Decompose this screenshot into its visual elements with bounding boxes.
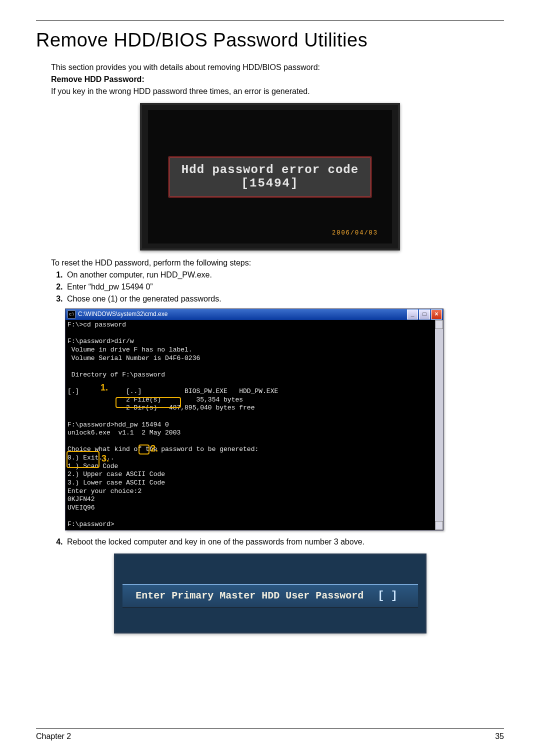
cmd-title: C:\WINDOWS\system32\cmd.exe xyxy=(78,310,168,318)
annotation-1: 1. xyxy=(100,382,108,394)
scroll-down-icon[interactable]: ▼ xyxy=(435,521,443,530)
figure-password-prompt: Enter Primary Master HDD User Password [… xyxy=(114,554,426,634)
highlight-passwords xyxy=(66,451,100,468)
window-buttons: _ □ × xyxy=(407,310,442,320)
step-4: Reboot the locked computer and key in on… xyxy=(65,538,504,546)
figure-hdd-error-photo: Hdd password error code [15494] 2006/04/… xyxy=(140,103,400,250)
figure-monitor-screen: Hdd password error code [15494] 2006/04/… xyxy=(148,110,392,244)
photo-date: 2006/04/03 xyxy=(332,230,378,236)
annotation-2: 2. xyxy=(150,443,158,454)
top-rule xyxy=(36,20,504,20)
error-code: [15494] xyxy=(170,176,370,190)
cmd-titlebar: c:\ C:\WINDOWS\system32\cmd.exe _ □ × xyxy=(66,309,443,320)
steps-list: On another computer, run HDD_PW.exe. Ent… xyxy=(51,270,504,304)
page-title: Remove HDD/BIOS Password Utilities xyxy=(36,30,504,51)
footer-page-number: 35 xyxy=(495,732,504,741)
wrong-password-text: If you key in the wrong HDD password thr… xyxy=(51,87,504,96)
maximize-button[interactable]: □ xyxy=(419,310,430,320)
content-block: This section provides you with details a… xyxy=(51,63,504,96)
error-line-1: Hdd password error code xyxy=(170,163,370,176)
error-box: Hdd password error code [15494] xyxy=(168,156,372,198)
prompt-text: Enter Primary Master HDD User Password xyxy=(136,590,364,602)
annotation-3: 3. xyxy=(102,453,109,464)
reset-intro: To reset the HDD password, perform the f… xyxy=(51,258,504,268)
close-button[interactable]: × xyxy=(431,310,442,320)
step-3: Chose one (1) or the generated passwords… xyxy=(65,294,504,304)
intro-text: This section provides you with details a… xyxy=(51,63,504,72)
cmd-output: F:\>cd password F:\password>dir/w Volume… xyxy=(68,321,442,529)
highlight-command xyxy=(116,397,181,408)
subheading: Remove HDD Password: xyxy=(51,75,504,84)
steps-list-cont: Reboot the locked computer and key in on… xyxy=(51,538,504,546)
password-prompt-strip: Enter Primary Master HDD User Password [… xyxy=(122,584,418,608)
scroll-up-icon[interactable]: ▲ xyxy=(435,320,443,329)
cmd-body: F:\>cd password F:\password>dir/w Volume… xyxy=(66,320,443,530)
step-2: Enter “hdd_pw 15494 0” xyxy=(65,282,504,292)
prompt-cursor: [ ] xyxy=(370,590,404,602)
page: Remove HDD/BIOS Password Utilities This … xyxy=(0,0,540,756)
footer-chapter: Chapter 2 xyxy=(36,732,71,741)
minimize-button[interactable]: _ xyxy=(407,310,418,320)
highlight-choice xyxy=(138,444,150,454)
cmd-icon: c:\ xyxy=(68,310,76,318)
page-footer: Chapter 2 35 xyxy=(36,728,504,741)
step-1: On another computer, run HDD_PW.exe. xyxy=(65,270,504,280)
reset-block: To reset the HDD password, perform the f… xyxy=(51,258,504,268)
figure-cmd-window: c:\ C:\WINDOWS\system32\cmd.exe _ □ × F:… xyxy=(65,308,444,530)
scrollbar[interactable]: ▲ ▼ xyxy=(435,320,443,530)
